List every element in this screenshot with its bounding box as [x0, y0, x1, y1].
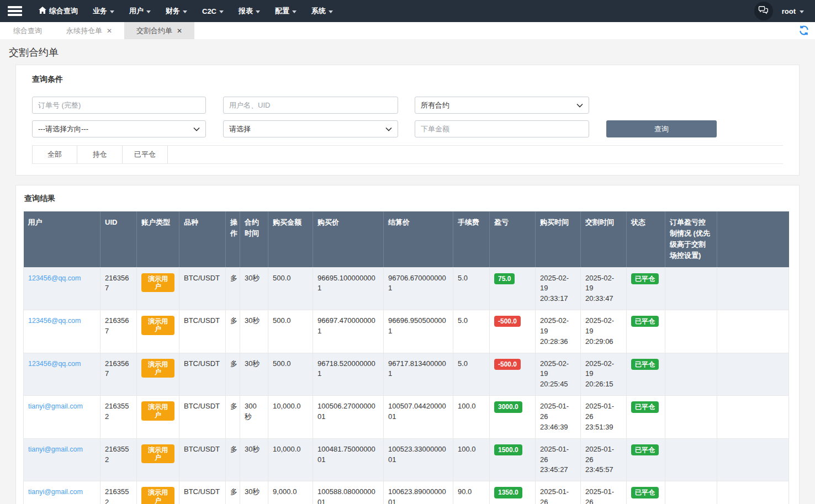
status-select[interactable]: 请选择	[223, 120, 398, 137]
uid-cell-cell: 2163567	[100, 267, 137, 310]
user-email-link-cell: tianyi@gmail.com	[24, 396, 100, 439]
buy-time-cell-cell: 2025-02-19 20:28:36	[536, 310, 581, 353]
user-email-link[interactable]: 123456@qq.com	[28, 274, 81, 282]
buy-price-cell-cell: 96697.4700000001	[313, 310, 384, 353]
username-uid-input[interactable]	[223, 97, 398, 114]
table-row: tianyi@gmail.com2163552演示用户BTC/USDT多300秒…	[24, 396, 789, 439]
home-icon	[39, 7, 46, 15]
user-email-link-cell: tianyi@gmail.com	[24, 481, 100, 504]
uid-cell-cell: 2163552	[100, 481, 137, 504]
user-menu[interactable]: root	[782, 7, 807, 15]
direction-cell-cell: 多	[226, 438, 240, 481]
blank-cell-cell	[717, 438, 789, 481]
user-email-link[interactable]: 123456@qq.com	[28, 360, 81, 368]
tab-1[interactable]: 综合查询	[1, 22, 54, 39]
filter-tab-3[interactable]: 已平仓	[123, 146, 168, 163]
order-amount-input[interactable]	[415, 120, 589, 137]
account-type-badge-cell: 演示用户	[137, 481, 179, 504]
refresh-icon[interactable]	[798, 25, 809, 38]
order-no-input[interactable]	[32, 97, 206, 114]
fee-cell-cell: 5.0	[453, 267, 490, 310]
pnl-badge-cell: 1500.0	[490, 438, 536, 481]
settle-price-cell-cell: 100523.3300000001	[384, 438, 453, 481]
pnl-badge: 75.0	[494, 273, 515, 284]
open-tabs-bar: 综合查询永续持仓单✕交割合约单✕	[0, 22, 815, 39]
contract-select[interactable]: 所有合约	[415, 97, 589, 114]
chevron-down-icon	[292, 10, 297, 13]
chat-button[interactable]	[754, 2, 773, 20]
nav-item-7[interactable]: 配置	[275, 6, 297, 16]
top-navbar: 综合查询业务用户财务C2C报表配置系统 root	[0, 0, 815, 22]
settle-time-cell-cell: 2025-02-19 20:29:06	[581, 310, 627, 353]
tab-2[interactable]: 永续持仓单✕	[54, 22, 124, 39]
chevron-down-icon	[146, 10, 151, 13]
symbol-cell-cell: BTC/USDT	[179, 353, 226, 396]
nav-item-1[interactable]: 综合查询	[39, 6, 78, 16]
nav-item-label: 业务	[93, 6, 107, 16]
settle-time-cell-cell: 2025-01-26 23:44:58	[581, 481, 627, 504]
query-results-panel: 查询结果 用户UID账户类型品种操作合约时间购买金额购买价结算价手续费盈亏购买时…	[15, 185, 800, 504]
uid-cell-cell: 2163567	[100, 353, 137, 396]
user-email-link[interactable]: tianyi@gmail.com	[28, 402, 83, 410]
direction-cell-cell: 多	[226, 353, 240, 396]
settle-time-cell-cell: 2025-01-26 23:51:39	[581, 396, 627, 439]
amount-cell-cell: 10,000.0	[268, 396, 313, 439]
chevron-down-icon	[800, 10, 804, 13]
tab-3[interactable]: 交割合约单✕	[124, 22, 194, 39]
column-header-3: 账户类型	[137, 211, 179, 267]
status-badge-cell: 已平仓	[627, 267, 665, 310]
settle-time-cell-cell: 2025-02-19 20:33:47	[581, 267, 627, 310]
pnl-badge-cell: 3000.0	[490, 396, 536, 439]
nav-item-6[interactable]: 报表	[239, 6, 260, 16]
pnl-badge-cell: -500.0	[490, 310, 536, 353]
pnl-badge-cell: 75.0	[490, 267, 536, 310]
table-row: 123456@qq.com2163567演示用户BTC/USDT多30秒500.…	[24, 353, 789, 396]
fee-cell-cell: 90.0	[453, 481, 490, 504]
status-badge: 已平仓	[631, 401, 659, 412]
column-header-12: 购买时间	[536, 211, 581, 267]
filter-tab-1[interactable]: 全部	[32, 146, 77, 163]
pnl-badge-cell: 1350.0	[490, 481, 536, 504]
fee-cell-cell: 5.0	[453, 353, 490, 396]
search-button[interactable]: 查询	[606, 120, 717, 137]
duration-cell-cell: 300秒	[240, 396, 268, 439]
status-badge-cell: 已平仓	[627, 396, 665, 439]
fee-cell-cell: 100.0	[453, 396, 490, 439]
table-row: tianyi@gmail.com2163552演示用户BTC/USDT多30秒9…	[24, 481, 789, 504]
results-panel-title: 查询结果	[16, 194, 799, 210]
uid-cell-cell: 2163567	[100, 310, 137, 353]
close-icon[interactable]: ✕	[177, 27, 182, 35]
fee-cell-cell: 5.0	[453, 310, 490, 353]
filter-tab-2[interactable]: 持仓	[77, 146, 123, 163]
column-header-14: 状态	[627, 211, 665, 267]
direction-select[interactable]: ---请选择方向---	[32, 120, 206, 137]
blank-cell-cell	[717, 310, 789, 353]
user-email-link[interactable]: tianyi@gmail.com	[28, 488, 83, 496]
position-filter-tabs: 全部持仓已平仓	[32, 145, 783, 164]
close-icon[interactable]: ✕	[107, 27, 112, 35]
column-header-6: 合约时间	[240, 211, 268, 267]
column-header-7: 购买金额	[268, 211, 313, 267]
hamburger-menu-icon[interactable]	[8, 6, 22, 16]
buy-time-cell-cell: 2025-01-26 23:45:27	[536, 438, 581, 481]
user-name: root	[782, 7, 796, 15]
settle-time-cell-cell: 2025-02-19 20:26:15	[581, 353, 627, 396]
nav-item-8[interactable]: 系统	[311, 6, 333, 16]
query-conditions-panel: 查询条件 所有合约 ---请选择方向--- 请选择 查询 全部持仓已平仓	[15, 65, 800, 176]
user-email-link[interactable]: 123456@qq.com	[28, 317, 81, 325]
buy-price-cell-cell: 100506.2700000001	[313, 396, 384, 439]
nav-item-3[interactable]: 用户	[129, 6, 151, 16]
nav-item-2[interactable]: 业务	[93, 6, 114, 16]
pnl-badge: -500.0	[494, 359, 521, 370]
nav-item-label: 报表	[239, 6, 253, 16]
main-menu: 综合查询业务用户财务C2C报表配置系统	[39, 6, 333, 16]
duration-cell-cell: 30秒	[240, 438, 268, 481]
user-email-link[interactable]: tianyi@gmail.com	[28, 445, 83, 453]
nav-item-label: 系统	[311, 6, 326, 16]
blank-cell-cell	[717, 396, 789, 439]
symbol-cell-cell: BTC/USDT	[179, 396, 226, 439]
buy-price-cell-cell: 96695.1000000001	[313, 267, 384, 310]
column-header-9: 结算价	[384, 211, 453, 267]
nav-item-5[interactable]: C2C	[202, 7, 224, 15]
nav-item-4[interactable]: 财务	[166, 6, 187, 16]
